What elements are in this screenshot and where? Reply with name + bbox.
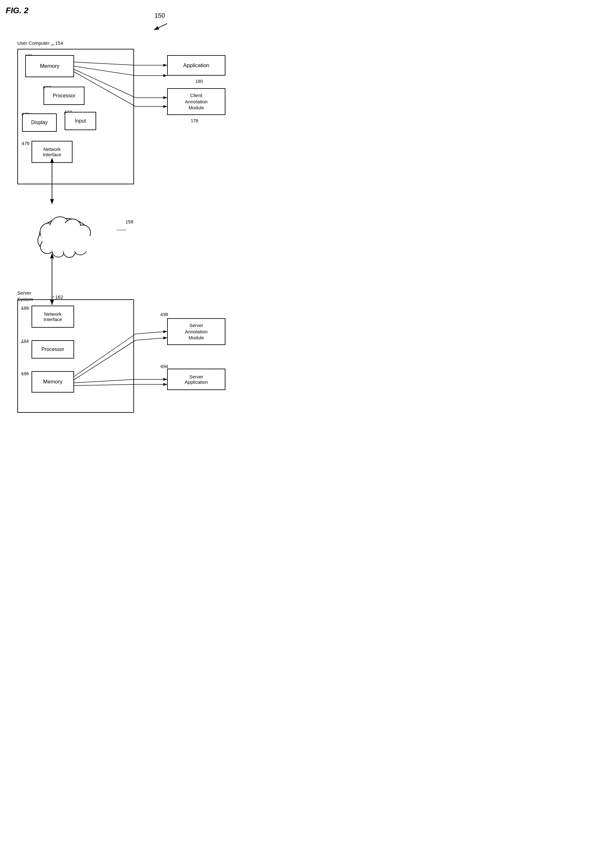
network-interface-user-box: NetworkInterface	[31, 141, 73, 163]
svg-point-20	[61, 240, 75, 254]
svg-point-21	[68, 235, 86, 253]
ref-194: 194	[161, 364, 168, 369]
ref-188: 188	[22, 305, 29, 311]
svg-point-30	[52, 245, 65, 257]
processor-box-user: Processor	[44, 87, 84, 105]
svg-line-37	[135, 332, 167, 334]
svg-text:⌐: ⌐	[51, 42, 55, 48]
ref-180: 180	[196, 79, 203, 84]
ref-150: 150	[154, 12, 165, 19]
figure-label: FIG. 2	[6, 6, 28, 16]
server-application-box: ServerApplication	[167, 369, 225, 390]
svg-line-2	[154, 24, 167, 30]
memory-box-user: Memory	[25, 55, 74, 77]
ref-158: 158	[126, 219, 133, 224]
network-cloud-label: Network	[62, 226, 82, 233]
svg-rect-33	[42, 236, 95, 251]
processor-box-server: Processor	[31, 340, 74, 358]
ref-176: 176	[22, 141, 30, 146]
svg-text:⌐: ⌐	[51, 294, 55, 300]
server-annotation-box: ServerAnnotationModule	[167, 318, 225, 345]
svg-point-19	[49, 237, 65, 253]
svg-point-31	[64, 245, 75, 257]
application-box: Application	[167, 55, 225, 76]
ref-178: 178	[191, 118, 198, 123]
network-interface-server-box: NetworkInterface	[31, 305, 74, 328]
svg-point-32	[74, 242, 87, 255]
svg-point-17	[39, 219, 90, 253]
ref-198: 198	[161, 312, 168, 317]
client-annotation-box: ClientAnnotationModule	[167, 88, 225, 115]
ref-186: 186	[22, 371, 29, 376]
svg-point-18	[38, 231, 57, 250]
ref-162: 162	[55, 294, 63, 300]
svg-point-24	[40, 223, 58, 241]
ref-184: 184	[22, 339, 29, 344]
diagram-container: FIG. 2 150 User Computer 154 170 Memory …	[0, 0, 306, 434]
memory-box-server: Memory	[31, 371, 74, 392]
ref-154: 154	[55, 40, 63, 46]
svg-line-39	[135, 338, 167, 340]
user-computer-label: User Computer	[17, 40, 50, 46]
input-box: Input	[65, 112, 96, 130]
svg-point-22	[76, 231, 91, 246]
display-box: Display	[22, 113, 57, 132]
svg-point-29	[40, 240, 54, 254]
